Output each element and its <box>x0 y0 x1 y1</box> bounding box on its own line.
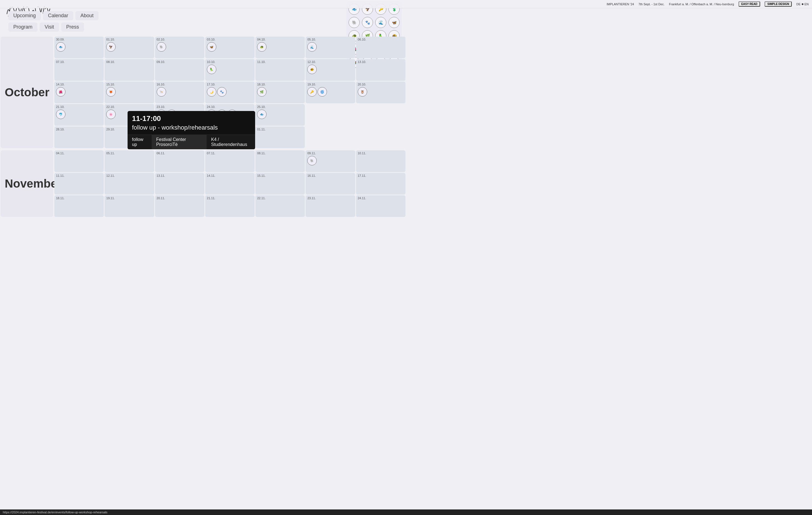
calendar-cell[interactable]: 21.10.🐬 <box>54 104 104 126</box>
event-icon[interactable]: 🌙 <box>207 87 216 97</box>
tooltip-tag-2[interactable]: Festival Center ProsorciTè <box>152 135 207 149</box>
calendar-cell[interactable]: 19.10.🔑🌀 <box>306 82 355 103</box>
calendar-cell[interactable]: 05.10.🌊 <box>306 37 355 58</box>
event-icon[interactable]: 🐾 <box>217 87 227 97</box>
calendar-cell[interactable]: 30.09.🐟 <box>54 37 104 58</box>
event-icon[interactable]: 🌸 <box>106 110 116 119</box>
calendar-cell[interactable]: 13.11. <box>155 173 204 194</box>
calendar-cell[interactable]: 10.11. <box>356 151 405 172</box>
event-icon[interactable]: 🌿 <box>257 87 266 97</box>
nav-visit[interactable]: Visit <box>40 23 59 32</box>
event-icon[interactable]: 🐢 <box>257 42 266 52</box>
calendar-cell[interactable]: 21.11. <box>205 195 255 217</box>
calendar-cell[interactable]: 11.10. <box>255 59 305 81</box>
event-icon[interactable]: 🦋 <box>207 42 216 52</box>
date-label: 06.11. <box>157 152 203 155</box>
event-icons: 🐚 <box>157 87 203 97</box>
calendar-cell[interactable]: 02.10.🐘 <box>155 37 204 58</box>
event-icons: 🌿 <box>257 87 303 97</box>
nav-press[interactable]: Press <box>61 23 84 32</box>
event-icons: 🌙🐾 <box>207 87 253 97</box>
tooltip-tag-3[interactable]: K4 / Studierendenhaus <box>207 135 255 149</box>
calendar-cell[interactable]: 25.10.🐟 <box>255 104 305 126</box>
event-icons: 🐠 <box>307 65 353 74</box>
event-icon[interactable]: 🐟 <box>56 42 65 52</box>
calendar-cell[interactable]: 06.11. <box>155 151 204 172</box>
calendar-cell[interactable]: 07.11. <box>205 151 255 172</box>
calendar-cell[interactable]: 19.11. <box>105 195 154 217</box>
calendar-cell[interactable]: 16.10.🐚 <box>155 82 204 103</box>
calendar-cell[interactable]: 23.11. <box>306 195 355 217</box>
calendar-cell[interactable]: 04.10.🐢 <box>255 37 305 58</box>
calendar-cell[interactable]: 24.11. <box>356 195 405 217</box>
calendar-cell[interactable]: 20.11. <box>155 195 204 217</box>
calendar-cell[interactable]: 08.11. <box>255 151 305 172</box>
illus-icon-8[interactable]: 🦋 <box>388 17 400 28</box>
event-icon[interactable]: 🦜 <box>207 65 216 74</box>
tooltip-tag-1[interactable]: follow up <box>127 135 152 149</box>
calendar-cell[interactable]: 16.11. <box>306 173 355 194</box>
event-icon[interactable]: 🐘 <box>157 42 166 52</box>
calendar-cell[interactable]: 13.10. <box>356 59 405 81</box>
event-icon[interactable]: 🦉 <box>358 87 367 97</box>
date-label: 22.11. <box>257 196 303 200</box>
event-icon[interactable]: 🐟 <box>257 110 266 119</box>
calendar-cell <box>306 104 355 126</box>
calendar-cell[interactable]: 12.11. <box>105 173 154 194</box>
date-label: 18.11. <box>56 196 102 200</box>
event-icon[interactable]: 🦊 <box>106 87 116 97</box>
top-header: IMPLANTIEREN '24 7th Sept. - 1st Dec. Fr… <box>0 0 406 8</box>
event-icon[interactable]: 🌺 <box>56 87 65 97</box>
calendar-cell[interactable]: 05.11. <box>105 151 154 172</box>
calendar-cell[interactable]: 20.10.🦉 <box>356 82 405 103</box>
calendar-cell[interactable]: 14.11. <box>205 173 255 194</box>
event-icon[interactable]: 🐬 <box>56 110 65 119</box>
event-icon[interactable]: 🌀 <box>318 87 327 97</box>
calendar-cell[interactable]: 15.10.🦊 <box>105 82 154 103</box>
nav-upcoming[interactable]: Upcoming <box>8 11 41 20</box>
calendar-cell[interactable]: 18.10.🌿 <box>255 82 305 103</box>
date-label: 02.10. <box>157 38 203 41</box>
calendar-cell[interactable]: 09.10. <box>155 59 204 81</box>
calendar-cell[interactable]: 12.10.🐠 <box>306 59 355 81</box>
date-label: 23.11. <box>307 196 353 200</box>
calendar-cell[interactable]: 14.10.🌺 <box>54 82 104 103</box>
event-icon[interactable]: 🦅 <box>106 42 116 52</box>
calendar-cell[interactable]: 22.11. <box>255 195 305 217</box>
date-label: 24.10. <box>207 105 253 108</box>
calendar-cell[interactable]: 17.10.🌙🐾 <box>205 82 255 103</box>
date-label: 25.10. <box>257 105 303 108</box>
calendar-cell[interactable]: 17.11. <box>356 173 405 194</box>
event-icon[interactable]: 🐠 <box>307 65 317 74</box>
event-icon[interactable]: 🐘 <box>307 156 317 165</box>
calendar-cell[interactable]: 07.10. <box>54 59 104 81</box>
nav-calendar[interactable]: Calendar <box>43 11 73 20</box>
calendar-cell[interactable]: 10.10.🦜 <box>205 59 255 81</box>
event-icons: 🐘 <box>157 42 203 52</box>
calendar-cell[interactable]: 28.10. <box>54 127 104 148</box>
calendar-cell[interactable]: 18.11. <box>54 195 104 217</box>
calendar-cell[interactable]: 11.11. <box>54 173 104 194</box>
calendar-cell <box>356 127 405 148</box>
calendar-cell[interactable]: 15.11. <box>255 173 305 194</box>
nav-program[interactable]: Program <box>8 23 37 32</box>
event-icons: 🐘 <box>307 156 353 165</box>
event-icon[interactable]: 🌊 <box>307 42 317 52</box>
calendar-cell[interactable]: 01.11. <box>255 127 305 148</box>
event-icon[interactable]: 🐚 <box>157 87 166 97</box>
date-label: 03.10. <box>207 38 253 41</box>
calendar-cell[interactable]: 03.10.🦋 <box>205 37 255 58</box>
date-label: 11.11. <box>56 174 102 177</box>
illus-icon-6[interactable]: 🐾 <box>362 17 373 28</box>
calendar-cell[interactable]: 06.10. <box>356 37 405 58</box>
calendar-cell[interactable]: 08.10. <box>105 59 154 81</box>
illus-icon-7[interactable]: 🌊 <box>375 17 386 28</box>
illus-icon-5[interactable]: 🐘 <box>349 17 360 28</box>
event-icon[interactable]: 🔑 <box>307 87 317 97</box>
calendar-cell[interactable]: 01.10.🦅 <box>105 37 154 58</box>
november-label: November <box>1 151 53 217</box>
nav-about[interactable]: About <box>76 11 98 20</box>
calendar-cell[interactable]: 04.11. <box>54 151 104 172</box>
calendar-cell[interactable]: 09.11.🐘 <box>306 151 355 172</box>
tooltip-title: follow up - workshop/rehearsals <box>127 124 255 135</box>
